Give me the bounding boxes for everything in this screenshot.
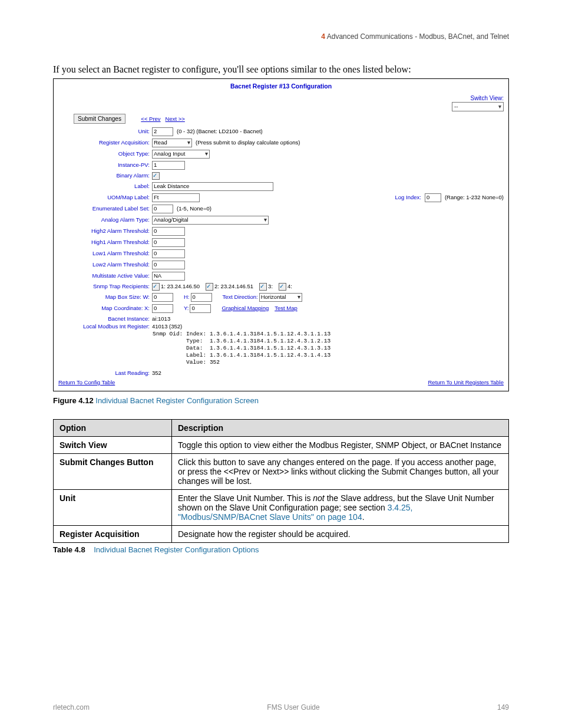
log-index-hint: (Range: 1-232 None=0): [445, 194, 504, 201]
high2-label: High2 Alarm Threshold:: [58, 228, 152, 235]
snmp-recip-1: 1: 23.24.146.50: [161, 283, 200, 290]
low2-label: Low2 Alarm Threshold:: [58, 261, 152, 268]
low1-input[interactable]: 0: [152, 249, 185, 258]
table-row: Submit Changes Button Click this button …: [54, 454, 509, 490]
desc-unit: Enter the Slave Unit Number. This is not…: [172, 490, 509, 526]
th-desc: Description: [172, 420, 509, 437]
label-input[interactable]: Leak Distance: [152, 182, 273, 191]
bacnet-config-screenshot: Bacnet Register #13 Configuration Switch…: [53, 78, 509, 391]
table-row: Unit Enter the Slave Unit Number. This i…: [54, 490, 509, 526]
label-label: Label:: [58, 183, 152, 190]
low1-label: Low1 Alarm Threshold:: [58, 250, 152, 257]
local-modbus-label: Local Modbus Int Register:: [58, 323, 152, 330]
uom-input[interactable]: Ft: [152, 193, 200, 202]
snmp-recip-3: 3:: [268, 283, 273, 290]
text-direction-select[interactable]: Horizontal: [259, 293, 302, 302]
low2-input[interactable]: 0: [152, 261, 185, 269]
reg-acq-label: Register Acquisition:: [58, 139, 152, 146]
opt-submit: Submit Changes Button: [54, 454, 172, 490]
unit-input[interactable]: 2: [152, 127, 173, 136]
enum-hint: (1-5, None=0): [177, 205, 211, 212]
high1-label: High1 Alarm Threshold:: [58, 239, 152, 246]
submit-changes-button[interactable]: Submit Changes: [74, 114, 125, 124]
table-number: Table 4.8: [53, 545, 85, 554]
mapcoord-label: Map Coordinate: X:: [58, 305, 152, 312]
intro-text: If you select an Bacnet register to conf…: [53, 64, 509, 75]
log-index-input[interactable]: 0: [425, 193, 441, 202]
figure-number: Figure 4.12: [53, 396, 94, 405]
analog-alarm-type-select[interactable]: Analog/Digital: [152, 216, 269, 225]
last-reading-label: Last Reading:: [58, 370, 152, 377]
snmp-oid-block: Snmp Oid: Index: 1.3.6.1.4.1.3184.1.5.1.…: [153, 331, 504, 365]
mapcoord-x-input[interactable]: 0: [152, 304, 173, 313]
high2-input[interactable]: 0: [152, 227, 185, 236]
local-modbus-value: 41013 (352): [152, 323, 182, 330]
bacnet-instance-value: ai:1013: [152, 315, 170, 322]
desc-submit: Click this button to save any changes en…: [172, 454, 509, 490]
mapbox-h-input[interactable]: 0: [191, 293, 212, 302]
snmp-recip-3-chk[interactable]: [259, 283, 267, 291]
figure-caption: Figure 4.12 Individual Bacnet Register C…: [53, 396, 509, 405]
binary-alarm-label: Binary Alarm:: [58, 172, 152, 179]
switch-view-label: Switch View:: [470, 95, 504, 101]
footer-left: rletech.com: [53, 703, 90, 711]
snmp-recip-4: 4:: [287, 283, 292, 290]
next-link[interactable]: Next >>: [166, 116, 185, 122]
multistate-input[interactable]: NA: [152, 272, 185, 281]
graphical-mapping-link[interactable]: Graphical Mapping: [222, 305, 269, 312]
return-unit-link[interactable]: Return To Unit Registers Table: [428, 379, 504, 386]
snmp-recip-label: Snmp Trap Recipients:: [58, 283, 152, 290]
opt-switch-view: Switch View: [54, 437, 172, 454]
switch-view-select[interactable]: --: [452, 102, 504, 111]
reg-acq-hint: (Press submit to display calculate optio…: [196, 139, 300, 146]
table-row: Register Acquisition Designate how the r…: [54, 526, 509, 543]
unit-label: Unit:: [58, 128, 152, 135]
opt-reg-acq: Register Acquisition: [54, 526, 172, 543]
table-row: Switch View Toggle this option to view e…: [54, 437, 509, 454]
footer-center: FMS User Guide: [267, 703, 319, 711]
return-config-link[interactable]: Return To Config Table: [58, 379, 115, 386]
snmp-recip-4-chk[interactable]: [279, 283, 286, 291]
mapcoord-y-input[interactable]: 0: [190, 304, 211, 313]
section-header: 4 Advanced Communications - Modbus, BACn…: [53, 32, 509, 41]
prev-link[interactable]: << Prev: [141, 116, 160, 122]
test-map-link[interactable]: Test Map: [275, 305, 297, 312]
text-direction-label: Text Direction:: [223, 294, 258, 301]
snmp-recip-2: 2: 23.24.146.51: [214, 283, 253, 290]
mapbox-h-label: H:: [184, 294, 190, 301]
unit-hint: (0 - 32) (Bacnet: LD2100 - Bacnet): [177, 128, 263, 135]
instance-pv-label: Instance-PV:: [58, 162, 152, 169]
multistate-label: Multistate Active Value:: [58, 272, 152, 279]
uom-label: UOM/Map Label:: [58, 194, 152, 201]
snmp-recip-2-chk[interactable]: [206, 283, 213, 291]
obj-type-label: Object Type:: [58, 150, 152, 157]
mapbox-w-input[interactable]: 0: [152, 293, 173, 302]
last-reading-value: 352: [152, 370, 161, 377]
log-index-label: Log Index:: [395, 194, 421, 201]
desc-reg-acq: Designate how the register should be acq…: [172, 526, 509, 543]
page-footer: rletech.com FMS User Guide 149: [53, 703, 509, 711]
reg-acq-select[interactable]: Read: [152, 139, 192, 147]
mapbox-label: Map Box Size: W:: [58, 294, 152, 301]
opt-unit: Unit: [54, 490, 172, 526]
instance-pv-input[interactable]: 1: [152, 161, 185, 170]
footer-right: 149: [497, 703, 509, 711]
table-title: Individual Bacnet Register Configuration…: [94, 545, 259, 554]
obj-type-select[interactable]: Analog Input: [152, 150, 210, 159]
desc-switch-view: Toggle this option to view either the Mo…: [172, 437, 509, 454]
shot-title: Bacnet Register #13 Configuration: [58, 83, 504, 91]
high1-input[interactable]: 0: [152, 238, 185, 247]
bacnet-instance-label: Bacnet Instance:: [58, 315, 152, 322]
mapcoord-y-label: Y:: [184, 305, 189, 312]
figure-title: Individual Bacnet Register Configuration…: [95, 396, 259, 405]
enum-label: Enumerated Label Set:: [58, 205, 152, 212]
binary-alarm-checkbox[interactable]: [152, 172, 160, 180]
section-title: Advanced Communications - Modbus, BACnet…: [327, 32, 509, 41]
th-option: Option: [54, 420, 172, 437]
options-table: Option Description Switch View Toggle th…: [53, 419, 509, 543]
table-caption: Table 4.8 Individual Bacnet Register Con…: [53, 545, 509, 554]
analog-alarm-type-label: Analog Alarm Type:: [58, 216, 152, 223]
section-number: 4: [321, 32, 325, 41]
snmp-recip-1-chk[interactable]: [152, 283, 160, 291]
enum-input[interactable]: 0: [152, 205, 173, 213]
